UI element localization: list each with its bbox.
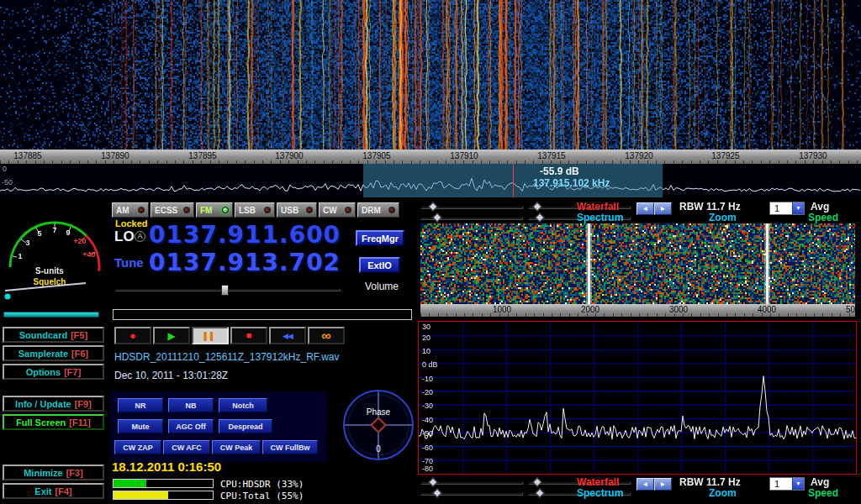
extio-button[interactable]: ExtIO	[359, 257, 400, 273]
mode-led	[183, 207, 190, 213]
shift-left-button[interactable]: ◄	[637, 202, 654, 215]
waterfall-brightness-slider[interactable]	[420, 206, 523, 209]
tune-marker[interactable]	[513, 164, 514, 197]
waterfall-brightness-thumb[interactable]	[428, 202, 437, 211]
s-meter-tick-label: 1	[18, 252, 22, 260]
tune-label: Tune	[114, 255, 144, 270]
scale-tick-marks	[420, 313, 855, 317]
frequency-tick-label: 137890	[89, 151, 141, 160]
db-axis-label: 0 dB	[422, 360, 438, 369]
mode-am-button[interactable]: AM	[112, 202, 149, 218]
pause-icon: ▌▌	[204, 332, 217, 340]
minimize-button[interactable]: Minimize [F3]	[3, 465, 104, 480]
samplerate-button[interactable]: Samplerate [F6]	[3, 345, 104, 361]
exit-button[interactable]: Exit [F4]	[3, 483, 104, 499]
lo-mode-badge[interactable]: A	[135, 231, 145, 242]
lower-waterfall-brightness-slider[interactable]	[420, 481, 523, 485]
spectrum-offset-slider[interactable]	[420, 217, 523, 220]
nb-button[interactable]: NB	[168, 398, 214, 412]
frequency-tick-label: 137925	[700, 151, 752, 160]
zoom-waterfall[interactable]	[420, 223, 855, 304]
freqmgr-button[interactable]: FreqMgr	[356, 230, 404, 246]
playback-position-bar[interactable]	[113, 309, 412, 320]
mode-cw-button[interactable]: CW	[319, 202, 356, 218]
squelch-indicator-dot[interactable]	[5, 294, 11, 300]
loop-button[interactable]: ∞	[308, 327, 345, 344]
waterfall-contrast-thumb[interactable]	[532, 202, 541, 211]
s-meter: 1 3 5 7 9 +20 +40	[2, 202, 106, 306]
mode-drm-button[interactable]: DRM	[357, 202, 399, 218]
notch-button[interactable]: Notch	[219, 398, 267, 412]
lower-waterfall-brightness-thumb[interactable]	[428, 477, 437, 486]
dsp-panel: NR NB Notch Mute AGC Off Despread CW ZAP…	[110, 391, 327, 462]
lower-spectrum-offset-slider[interactable]	[420, 492, 523, 496]
stop-button[interactable]: ■	[230, 327, 267, 344]
mode-led	[388, 207, 395, 213]
lower-avg-select[interactable]: 1 ▼	[769, 477, 805, 491]
play-button[interactable]: ▶	[153, 327, 190, 344]
soundcard-button-label: Soundcard	[19, 330, 67, 340]
info-update-button[interactable]: Info / Update [F9]	[3, 396, 104, 412]
audio-spectrum-trace[interactable]	[419, 322, 856, 474]
main-waterfall[interactable]	[0, 0, 861, 150]
cpu-total-label: CPU:Total (55%)	[220, 491, 304, 501]
cw-peak-button[interactable]: CW Peak	[212, 440, 261, 454]
volume-slider-thumb[interactable]	[221, 285, 229, 296]
mute-button[interactable]: Mute	[118, 419, 163, 433]
main-spectrum[interactable]: 0 -50 -55.9 dB 137.915.102 kHz	[0, 164, 861, 197]
s-meter-tick-label: 3	[25, 239, 29, 247]
lower-speed-label: Speed	[808, 487, 838, 499]
db-axis-label: 30	[422, 323, 430, 331]
lower-shift-left-button[interactable]: ◄	[637, 478, 654, 491]
minimize-button-key: [F3]	[66, 468, 83, 478]
lower-shift-right-button[interactable]: ►	[654, 478, 672, 491]
agc-off-button[interactable]: AGC Off	[168, 419, 214, 433]
frequency-tick-label: 137895	[177, 151, 229, 160]
hdsdr-window: 137885 137890 137895 137900 137905 13791…	[0, 0, 861, 504]
zoom-slider-thumb[interactable]	[535, 213, 544, 222]
squelch-level-bar[interactable]	[3, 312, 99, 318]
waterfall-label: Waterfall	[577, 201, 619, 213]
record-button[interactable]: ●	[114, 327, 151, 344]
nr-button[interactable]: NR	[118, 398, 163, 412]
frequency-tick-label: 137920	[613, 151, 665, 160]
spectrum-offset-thumb[interactable]	[432, 213, 441, 222]
combo-arrow-icon[interactable]: ▼	[792, 478, 804, 490]
lo-frequency-display[interactable]: 0137.911.600	[149, 221, 341, 249]
cw-fullbw-button[interactable]: CW FullBw	[262, 440, 318, 454]
despread-button[interactable]: Despread	[219, 419, 272, 433]
volume-slider[interactable]	[115, 288, 341, 291]
lower-zoom-slider-thumb[interactable]	[535, 488, 544, 497]
mode-ecss-button[interactable]: ECSS	[151, 202, 194, 218]
soundcard-button[interactable]: Soundcard [F5]	[3, 327, 104, 343]
frequency-scale[interactable]: 137885 137890 137895 137900 137905 13791…	[0, 150, 861, 164]
cpu-hdsdr-label: CPU:HDSDR (33%)	[220, 479, 304, 490]
avg-select[interactable]: 1 ▼	[769, 202, 805, 215]
mode-usb-button[interactable]: USB	[277, 202, 317, 218]
cw-afc-button[interactable]: CW AFC	[163, 440, 210, 454]
tune-frequency-display[interactable]: 0137.913.702	[149, 249, 341, 276]
phase-dial[interactable]: Phase 0	[341, 387, 416, 463]
options-button[interactable]: Options [F7]	[3, 364, 104, 380]
frequency-tick-label: 137885	[2, 151, 54, 160]
lower-waterfall-contrast-thumb[interactable]	[532, 477, 541, 486]
shift-right-button[interactable]: ►	[654, 202, 672, 215]
s-meter-tick-label: +20	[73, 237, 86, 245]
zoom-label: Zoom	[709, 212, 737, 223]
full-screen-button[interactable]: Full Screen [F11]	[3, 414, 104, 430]
spectrum-axis-label: -50	[2, 178, 13, 186]
pause-button[interactable]: ▌▌	[192, 327, 229, 344]
combo-arrow-icon[interactable]: ▼	[792, 202, 804, 214]
avg-select-value: 1	[770, 202, 792, 214]
cw-zap-button[interactable]: CW ZAP	[114, 440, 161, 454]
rewind-button[interactable]: ◀◀	[269, 327, 306, 344]
audio-spectrum-panel[interactable]: 30 20 10 0 dB -10 -20 -30 -40 -50 -60 -7…	[418, 321, 857, 475]
lower-spectrum-offset-thumb[interactable]	[432, 488, 441, 497]
s-meter-title: S-units	[13, 266, 86, 276]
mode-fm-button[interactable]: FM	[196, 202, 233, 218]
mode-lsb-button[interactable]: LSB	[235, 202, 275, 218]
info-update-button-label: Info / Update	[15, 399, 71, 409]
phase-dial-label: Phase	[367, 407, 391, 417]
zoom-frequency-scale[interactable]: 1000 2000 3000 4000 5000	[420, 304, 855, 317]
s-meter-tick-label: 9	[66, 228, 70, 237]
